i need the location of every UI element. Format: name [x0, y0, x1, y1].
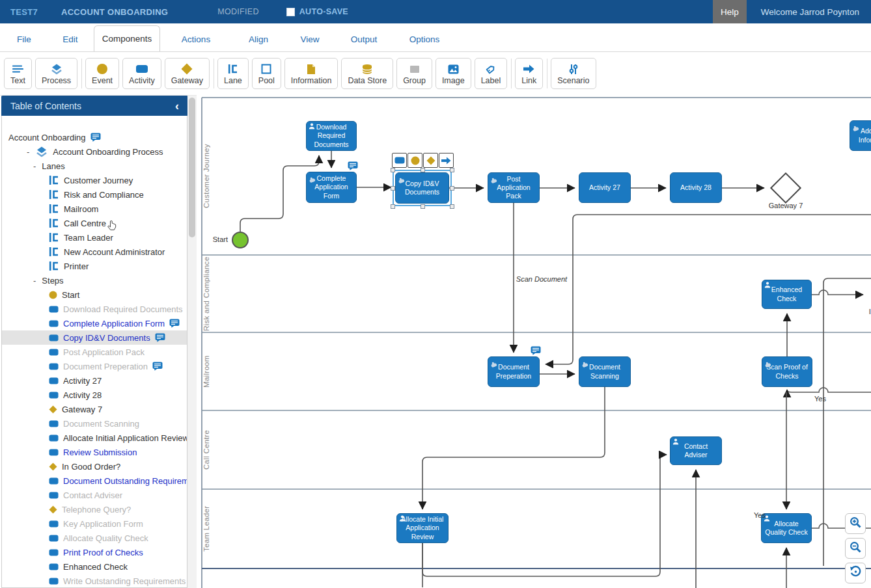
node-additional-information[interactable]: Additional Information [850, 120, 871, 151]
toc-item-team-leader[interactable]: Team Leader [2, 230, 187, 245]
comment-icon[interactable] [348, 161, 358, 173]
toc-item-activity-27[interactable]: Activity 27 [2, 373, 187, 388]
toc-item-review-submission[interactable]: Review Submission [2, 445, 187, 459]
toc-item-document-preperation[interactable]: Document Preperation [2, 359, 187, 373]
toc-item-complete-application-form[interactable]: Complete Application Form [2, 316, 187, 330]
selection-handle[interactable] [391, 186, 395, 191]
toc-item-key-application-form[interactable]: Key Application Form [2, 516, 187, 531]
tab-actions[interactable]: Actions [160, 27, 232, 51]
toc-item-write-outstanding-requirements[interactable]: Write Outstanding Requirements [2, 574, 187, 587]
welcome-user[interactable]: Welcome Jarrod Poynton [761, 7, 859, 17]
process-tool-button[interactable]: Process [35, 58, 77, 89]
toc-item-in-good-order[interactable]: In Good Order? [2, 459, 187, 474]
selection-handle[interactable] [450, 204, 454, 209]
node-download-required-documents[interactable]: Download Required Documents [306, 121, 357, 151]
toc-item-gateway-7[interactable]: Gateway 7 [2, 402, 187, 416]
toc-item-allocate-quality-check[interactable]: Allocate Quality Check [2, 531, 187, 545]
toc-item-allocate-initial-application-review[interactable]: Allocate Initial Application Review [2, 431, 187, 445]
toc-scrollbar-thumb[interactable] [189, 98, 195, 237]
node-post-application-pack[interactable]: Post Application Pack [488, 172, 540, 203]
toc-item-contact-adviser[interactable]: Contact Adviser [2, 488, 187, 502]
node-activity-27[interactable]: Activity 27 [579, 172, 631, 203]
toc-item-steps[interactable]: -Steps [2, 273, 187, 287]
zoom-reset-button[interactable] [845, 563, 866, 583]
zoom-out-button[interactable] [845, 538, 866, 559]
toc-item-document-scanning[interactable]: Document Scanning [2, 416, 187, 431]
node-scan-proof-of-checks[interactable]: Scan Proof of Checks [762, 356, 812, 387]
comment-icon[interactable] [169, 319, 180, 328]
node-document-scanning[interactable]: Document Scanning [579, 356, 631, 387]
add-link-button[interactable] [439, 153, 454, 168]
node-start[interactable] [232, 232, 249, 248]
toc-item-copy-id-v-documents[interactable]: Copy ID&V Documents [2, 330, 187, 345]
collapse-toggle[interactable]: - [33, 161, 36, 171]
image-tool-button[interactable]: Image [436, 58, 471, 89]
selection-handle[interactable] [421, 204, 425, 209]
toc-item-new-account-administrator[interactable]: New Account Administrator [2, 245, 187, 259]
tab-components[interactable]: Components [94, 25, 160, 51]
toc-item-enhanced-check[interactable]: Enhanced Check [2, 559, 187, 574]
selection-handle[interactable] [391, 168, 395, 172]
comment-icon[interactable] [90, 133, 101, 142]
add-gateway-button[interactable] [423, 153, 438, 168]
tab-file[interactable]: File [1, 27, 47, 51]
collapse-panel-icon[interactable]: ‹ [175, 100, 179, 112]
tab-align[interactable]: Align [232, 27, 285, 51]
lane-tool-button[interactable]: Lane [217, 58, 249, 89]
toc-item-account-onboarding-process[interactable]: -Account Onboarding Process [2, 144, 187, 159]
autosave-checkbox[interactable] [286, 8, 295, 16]
toc-item-call-centre[interactable]: Call Centre [2, 216, 187, 230]
toc-item-customer-journey[interactable]: Customer Journey [2, 173, 187, 187]
gateway-tool-button[interactable]: Gateway [165, 58, 210, 89]
node-allocate-initial-application-review[interactable]: Allocate Initial Application Review [396, 513, 449, 543]
help-button[interactable]: Help [713, 0, 747, 23]
tab-options[interactable]: Options [393, 27, 456, 51]
comment-icon[interactable] [531, 346, 541, 358]
toc-scrollbar[interactable] [187, 96, 197, 588]
add-activity-button[interactable] [392, 153, 407, 168]
toc-item-risk-and-compliance[interactable]: Risk and Compliance [2, 187, 187, 202]
selection-handle[interactable] [421, 168, 425, 172]
group-tool-button[interactable]: Group [396, 58, 432, 89]
information-tool-button[interactable]: Information [284, 58, 339, 89]
node-contact-adviser[interactable]: Contact Adviser [670, 436, 722, 465]
node-enhanced-check[interactable]: Enhanced Check [762, 280, 812, 309]
node-copy-idv-documents[interactable]: Copy ID&V Documents [395, 172, 449, 204]
toc-item-download-required-documents[interactable]: Download Required Documents [2, 302, 187, 316]
selection-handle[interactable] [391, 204, 395, 209]
toc-item-printer[interactable]: Printer [2, 259, 187, 273]
tab-view[interactable]: View [285, 27, 335, 51]
collapse-toggle[interactable]: - [27, 147, 29, 157]
diagram-canvas[interactable]: Customer JourneyRisk and ComplianceMailr… [197, 95, 871, 588]
selection-handle[interactable] [450, 168, 454, 172]
event-tool-button[interactable]: Event [85, 58, 119, 89]
text-tool-button[interactable]: Text [4, 58, 32, 89]
collapse-toggle[interactable]: - [33, 276, 36, 286]
node-document-preperation[interactable]: Document Preperation [488, 356, 540, 387]
scenario-tool-button[interactable]: Scenario [551, 58, 596, 89]
link-tool-button[interactable]: Link [515, 58, 543, 89]
toc-item-lanes[interactable]: -Lanes [2, 159, 187, 173]
node-activity-28[interactable]: Activity 28 [670, 172, 722, 203]
label-tool-button[interactable]: Label [475, 58, 508, 89]
data-store-tool-button[interactable]: Data Store [341, 58, 393, 89]
toc-item-mailroom[interactable]: Mailroom [2, 202, 187, 216]
selection-handle[interactable] [450, 186, 454, 191]
project-name[interactable]: TEST7 [10, 7, 38, 17]
comment-icon[interactable] [155, 333, 165, 342]
tab-output[interactable]: Output [335, 27, 393, 51]
add-event-button[interactable] [408, 153, 422, 168]
toc-item-document-outstanding-requirem[interactable]: Document Outstanding Requirem [2, 474, 187, 488]
toc-item-print-proof-of-checks[interactable]: Print Proof of Checks [2, 545, 187, 559]
comment-icon[interactable] [152, 362, 163, 371]
toc-item-post-application-pack[interactable]: Post Application Pack [2, 345, 187, 359]
toc-item-start[interactable]: Start [2, 287, 187, 302]
node-complete-application-form[interactable]: Complete Application Form [306, 172, 357, 203]
toc-item-account-onboarding[interactable]: Account Onboarding [2, 130, 187, 144]
toc-item-activity-28[interactable]: Activity 28 [2, 388, 187, 402]
toc-item-telephone-query[interactable]: Telephone Query? [2, 502, 187, 516]
zoom-in-button[interactable] [845, 513, 866, 534]
tab-edit[interactable]: Edit [47, 27, 94, 51]
activity-tool-button[interactable]: Activity [122, 58, 161, 89]
pool-tool-button[interactable]: Pool [252, 58, 281, 89]
